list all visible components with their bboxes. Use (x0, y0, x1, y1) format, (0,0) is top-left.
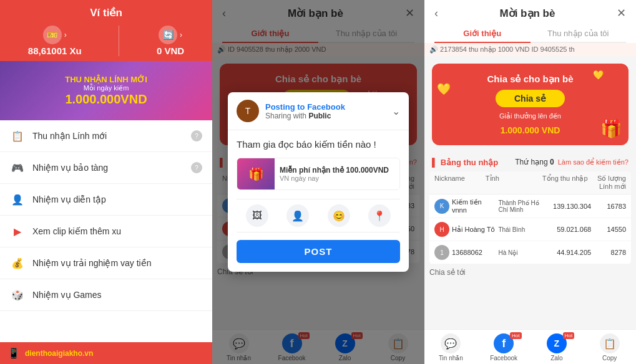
fb-posting-to: Posting to Facebook (265, 102, 392, 112)
p3-row-nick-1: Kiếm tiền vnnn (452, 198, 498, 214)
menu-item-xem-clip[interactable]: ▶ Xem clip kiếm thêm xu (0, 216, 212, 247)
p3-row-thu-1: 139.130.304 (545, 203, 591, 210)
vnd-icon: 🔄 (159, 26, 177, 44)
public-label: Public (308, 112, 331, 120)
panel3-table-header: ▌ Bảng thu nhập Thứ hạng 0 Làm sao để ki… (424, 153, 636, 171)
panel1-balance-row: 🎫 › 88,61001 Xu 🔄 › 0 VND (0, 26, 212, 56)
p3-copy-icon: 📋 (600, 333, 620, 353)
footer-phone-icon: 📱 (7, 347, 20, 359)
panel1-header: Ví tiền 🎫 › 88,61001 Xu 🔄 › 0 VND (0, 0, 212, 61)
panel3-bottom-actions: 💬 Tin nhắn Hot f Facebook Hot Z Zalo 📋 C… (424, 329, 636, 364)
panel3-col-headers: Nickname Tỉnh Tổng thu nhập Số lượng Lín… (429, 171, 631, 194)
panel3-bang-thu-nhap: Bảng thu nhập (441, 158, 499, 167)
menu-item-vay-tien[interactable]: 💰 Nhiệm vụ trải nghiệm vay tiền (0, 247, 212, 279)
posting-prefix: Posting to (265, 102, 307, 112)
panel1-title: Ví tiền (90, 6, 122, 19)
chest-icon-3: 🎁 (600, 118, 622, 139)
menu-icon-xem-clip: ▶ (10, 224, 25, 239)
p3-col-linh: Số lượng Lính mới (588, 175, 626, 191)
panel3-chia-se-label: Chia sẻ tới (424, 264, 636, 279)
menu-item-dien-tap[interactable]: 👤 Nhiệm vụ diễn tập (0, 184, 212, 216)
menu-item-games[interactable]: 🎲 Nhiệm vụ Games (0, 279, 212, 311)
p3-action-zalo[interactable]: Hot Z Zalo (531, 333, 584, 362)
menu-badge-thu-nhan: ? (191, 130, 202, 141)
fb-link-title: Miễn phí nhận thẻ 100.000VND (280, 166, 389, 175)
fb-card-header: T Posting to Facebook Sharing with Publi… (228, 92, 409, 130)
fb-location-icon[interactable]: 📍 (368, 204, 391, 227)
panel3-tabs: Giới thiệu Thu nhập của tôi (434, 25, 626, 43)
menu-item-thu-nhan[interactable]: 📋 Thu nhận Lính mới ? (0, 120, 212, 152)
p3-action-tin-nhan[interactable]: 💬 Tin nhắn (424, 333, 477, 362)
fb-user-avatar: T (237, 100, 259, 122)
panel3-scroll-text: 🔊 2173854 thu nhập 1000 VND ID 9405525 t… (424, 43, 636, 56)
panel1-banner[interactable]: THU NHẬN LÍNH MỚI Mỗi ngày kiếm 1.000.00… (0, 61, 212, 120)
menu-icon-thu-nhan: 📋 (10, 128, 25, 143)
p3-zalo-label: Zalo (550, 355, 562, 362)
panel3-lam-sao[interactable]: Làm sao để kiếm tiền? (558, 158, 629, 166)
fb-post-button[interactable]: POST (237, 240, 400, 263)
p3-action-copy[interactable]: 📋 Copy (583, 333, 636, 362)
fb-dropdown-icon[interactable]: ⌄ (392, 105, 400, 117)
panel3-table-section-title: ▌ Bảng thu nhập (432, 156, 498, 168)
fb-photo-icon[interactable]: 🖼 (246, 204, 268, 227)
panel3-share-title: Chia sẻ cho bạn bè (487, 74, 573, 85)
panel3-bottom-section: ▌ Bảng thu nhập Thứ hạng 0 Làm sao để ki… (424, 153, 636, 364)
menu-label-bao-tang: Nhiệm vụ bảo tàng (32, 163, 183, 173)
facebook-share-overlay[interactable]: T Posting to Facebook Sharing with Publi… (212, 0, 424, 364)
fb-card-body: Tham gia đọc báo kiếm tiền nào ! 🎁 Miễn … (228, 130, 409, 272)
banner-prize: 1.000.000VND (65, 92, 147, 107)
panel3-share-prize: 1.000.000 VND (501, 125, 560, 135)
fb-action-icons: 🖼 👤 😊 📍 (237, 199, 400, 232)
xu-icon: 🎫 (43, 26, 62, 44)
p3-tin-nhan-icon: 💬 (441, 333, 461, 353)
fb-person-icon[interactable]: 👤 (286, 204, 309, 227)
fb-emoji-icon[interactable]: 😊 (328, 204, 350, 227)
table-row: 1 13688062 Hà Nội 44.914.205 8278 (429, 241, 631, 264)
menu-icon-games: 🎲 (10, 287, 25, 302)
p3-zalo-hot-badge: Hot (563, 332, 574, 339)
xu-value: 88,61001 Xu (28, 46, 82, 56)
p3-row-avatar-2: H (434, 222, 449, 237)
panel3-close-button[interactable]: ✕ (617, 6, 626, 20)
p3-row-linh-2: 14550 (591, 226, 626, 233)
banner-subtitle: Mỗi ngày kiếm (84, 84, 129, 92)
balance-vnd[interactable]: 🔄 › 0 VND (157, 26, 184, 56)
panel3-table: Nickname Tỉnh Tổng thu nhập Số lượng Lín… (429, 171, 631, 264)
menu-label-thu-nhan: Thu nhận Lính mới (32, 131, 183, 141)
panel3-thu-hang: Thứ hạng 0 (515, 158, 554, 166)
menu-icon-bao-tang: 🎮 (10, 160, 25, 175)
p3-row-thu-3: 44.914.205 (545, 249, 591, 256)
panel3-share-btn[interactable]: Chia sẻ (496, 90, 565, 107)
panel3-back-button[interactable]: ‹ (434, 7, 438, 20)
p3-row-thu-2: 59.021.068 (545, 226, 591, 233)
menu-badge-bao-tang: ? (191, 162, 202, 173)
p3-action-facebook[interactable]: Hot f Facebook (477, 333, 531, 362)
p3-row-tinh-1: Thành Phố Hồ Chí Minh (498, 199, 544, 213)
p3-col-tinh: Tỉnh (486, 175, 537, 191)
menu-label-vay-tien: Nhiệm vụ trải nghiệm vay tiền (32, 258, 202, 268)
panel3-tab-thu-nhap[interactable]: Thu nhập của tôi (531, 25, 627, 42)
panel3-title: Mời bạn bè (500, 7, 555, 20)
fb-sharing-with: Sharing with Public (265, 112, 392, 120)
menu-icon-vay-tien: 💰 (10, 256, 25, 271)
panel3-tab-gioi-thieu[interactable]: Giới thiệu (434, 25, 531, 43)
p3-row-avatar-3: 1 (434, 245, 449, 260)
table-row: H Hải Hoàng Tô Thái Bình 59.021.068 1455… (429, 218, 631, 241)
menu-item-bao-tang[interactable]: 🎮 Nhiệm vụ bảo tàng ? (0, 152, 212, 184)
panel3-header: ‹ Mời bạn bè ✕ Giới thiệu Thu nhập của t… (424, 0, 636, 43)
fb-post-text: Tham gia đọc báo kiếm tiền nào ! (237, 139, 400, 150)
table-row: K Kiếm tiền vnnn Thành Phố Hồ Chí Minh 1… (429, 194, 631, 218)
p3-row-nick-2: Hải Hoàng Tô (452, 226, 498, 234)
vnd-chevron: › (180, 31, 182, 39)
p3-facebook-hot-badge: Hot (510, 332, 521, 339)
balance-xu[interactable]: 🎫 › 88,61001 Xu (28, 26, 82, 56)
panel1-menu: 📋 Thu nhận Lính mới ? 🎮 Nhiệm vụ bảo tàn… (0, 120, 212, 342)
panel-moi-ban-be-2: ‹ Mời bạn bè ✕ Giới thiệu Thu nhập của t… (212, 0, 424, 364)
fb-link-domain: VN ngày nay (280, 175, 389, 182)
facebook-share-card: T Posting to Facebook Sharing with Publi… (228, 92, 409, 272)
panel-moi-ban-be-3: ‹ Mời bạn bè ✕ Giới thiệu Thu nhập của t… (424, 0, 636, 364)
panel3-nav: ‹ Mời bạn bè ✕ (434, 6, 626, 20)
p3-row-linh-1: 16783 (591, 203, 626, 210)
fb-link-info: Miễn phí nhận thẻ 100.000VND VN ngày nay (275, 158, 394, 189)
p3-copy-label: Copy (602, 355, 617, 362)
